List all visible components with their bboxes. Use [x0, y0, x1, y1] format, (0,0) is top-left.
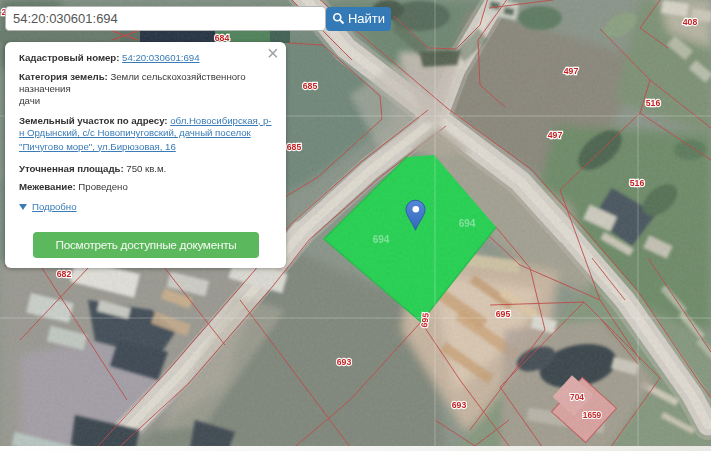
- svg-text:497: 497: [548, 130, 563, 140]
- svg-text:516: 516: [646, 98, 661, 108]
- svg-text:695: 695: [496, 309, 511, 319]
- svg-text:685: 685: [303, 81, 318, 91]
- svg-text:704: 704: [570, 392, 584, 402]
- svg-text:693: 693: [452, 400, 467, 410]
- svg-text:685: 685: [287, 142, 302, 152]
- svg-text:682: 682: [57, 269, 72, 279]
- svg-text:1659: 1659: [583, 410, 602, 420]
- svg-text:695: 695: [419, 312, 431, 328]
- svg-text:408: 408: [683, 17, 698, 27]
- svg-text:497: 497: [564, 66, 579, 76]
- svg-text:693: 693: [337, 357, 352, 367]
- svg-text:516: 516: [630, 178, 645, 188]
